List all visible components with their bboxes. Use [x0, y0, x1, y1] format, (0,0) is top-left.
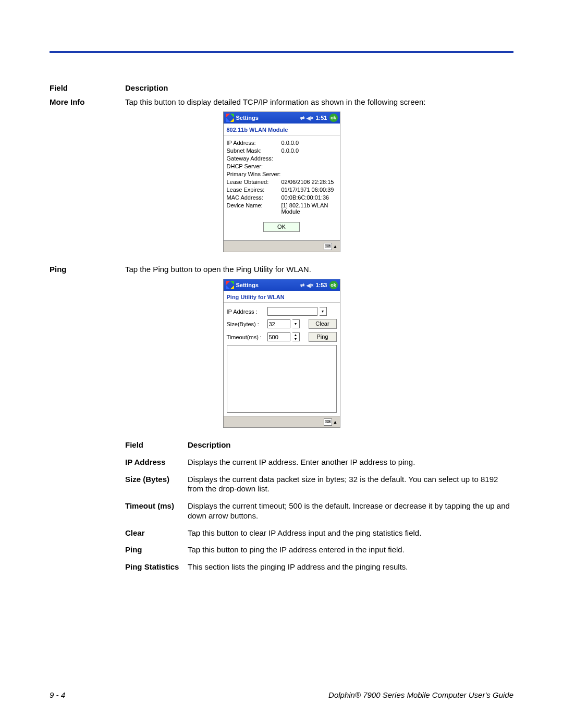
clear-button[interactable]: Clear: [309, 319, 337, 329]
wlan-titlebar: Settings ⇄ ◀× 1:51 ok: [224, 112, 340, 124]
table-row: IP Address: [125, 458, 188, 467]
pw-k: Primary Wins Server:: [227, 171, 282, 177]
spin-up-icon[interactable]: ▲: [292, 333, 299, 337]
ping-fields-table: Field Description IP AddressDisplays the…: [125, 440, 513, 572]
size-dropdown-icon[interactable]: ▾: [292, 319, 300, 328]
table-row: Displays the current IP address. Enter a…: [188, 458, 513, 467]
gw-k: Gateway Address:: [227, 155, 282, 162]
ip-label: IP Address :: [227, 309, 267, 315]
lo-v: 02/06/2106 22:28:15: [282, 179, 337, 185]
table-row: Displays the current timeout; 500 is the…: [188, 501, 513, 521]
wlan-time: 1:51: [315, 115, 327, 121]
ping-desc: Tap the Ping button to open the Ping Uti…: [125, 265, 513, 274]
wlan-title: Settings: [236, 115, 259, 121]
keyboard-icon[interactable]: ⌨: [324, 243, 332, 250]
table-row: Size (Bytes): [125, 475, 188, 495]
col-header-desc: Description: [125, 83, 513, 92]
table-row: Ping: [125, 545, 188, 555]
table-row: Tap this button to clear IP Address inpu…: [188, 528, 513, 538]
ok-circle-button[interactable]: ok: [329, 114, 338, 122]
sip-arrow-icon[interactable]: ▲: [333, 419, 338, 425]
document-title: Dolphin® 7900 Series Mobile Computer Use…: [328, 690, 513, 699]
le-k: Lease Expires:: [227, 187, 282, 193]
sound-icon[interactable]: ◀×: [307, 282, 314, 288]
ip-k: IP Address:: [227, 140, 282, 146]
subheader-desc: Description: [188, 440, 513, 450]
dh-k: DHCP Server:: [227, 163, 282, 169]
table-row: Timeout (ms): [125, 501, 188, 521]
mac-v: 00:0B:6C:00:01:36: [282, 194, 337, 201]
moreinfo-field: More Info: [50, 97, 125, 106]
content: Field Description More Info Tap this but…: [50, 83, 513, 572]
ping-title: Settings: [236, 282, 259, 288]
table-row: Displays the current data packet size in…: [188, 475, 513, 495]
ping-time: 1:53: [315, 282, 327, 288]
wlan-details-window: Settings ⇄ ◀× 1:51 ok 802.11b WLAN Modul…: [223, 112, 340, 252]
windows-logo-icon[interactable]: [226, 281, 234, 289]
timeout-spinner[interactable]: ▲ ▼: [292, 332, 300, 341]
ip-dropdown-icon[interactable]: ▾: [320, 307, 327, 316]
ping-results-box: [227, 345, 337, 413]
mac-k: MAC Address:: [227, 194, 282, 201]
sm-v: 0.0.0.0: [282, 147, 337, 154]
subheader-field: Field: [125, 440, 188, 450]
ping-subtitle: Ping Utility for WLAN: [224, 291, 340, 303]
table-row: Clear: [125, 528, 188, 538]
timeout-label: Timeout(ms) :: [227, 334, 267, 340]
gw-v: [282, 155, 337, 162]
size-label: Size(Bytes) :: [227, 321, 267, 327]
sip-arrow-icon[interactable]: ▲: [333, 244, 338, 249]
windows-logo-icon[interactable]: [226, 114, 234, 122]
timeout-input[interactable]: [267, 332, 290, 341]
moreinfo-desc: Tap this button to display detailed TCP/…: [125, 97, 513, 106]
spin-down-icon[interactable]: ▼: [292, 337, 299, 341]
page-number: 9 - 4: [50, 690, 65, 699]
connectivity-icon[interactable]: ⇄: [300, 282, 304, 288]
connectivity-icon[interactable]: ⇄: [300, 115, 304, 121]
table-row: Ping Statistics: [125, 562, 188, 572]
col-header-field: Field: [50, 83, 125, 92]
table-row: This section lists the pinging IP addres…: [188, 562, 513, 572]
ping-titlebar: Settings ⇄ ◀× 1:53 ok: [224, 279, 340, 291]
le-v: 01/17/1971 06:00:39: [282, 187, 337, 193]
ip-v: 0.0.0.0: [282, 140, 337, 146]
wlan-subtitle: 802.11b WLAN Module: [224, 124, 340, 135]
ping-field: Ping: [50, 265, 125, 274]
table-row: Tap this button to ping the IP address e…: [188, 545, 513, 555]
ok-circle-button[interactable]: ok: [329, 281, 338, 289]
size-input[interactable]: [267, 319, 290, 328]
sm-k: Subnet Mask:: [227, 147, 282, 154]
header-rule: [50, 51, 513, 53]
sound-icon[interactable]: ◀×: [307, 115, 314, 121]
ok-button[interactable]: OK: [263, 222, 300, 232]
dh-v: [282, 163, 337, 169]
dn-k: Device Name:: [227, 202, 282, 215]
ping-button[interactable]: Ping: [309, 332, 337, 342]
ping-window: Settings ⇄ ◀× 1:53 ok Ping Utility for W…: [223, 279, 340, 428]
pw-v: [282, 171, 337, 177]
lo-k: Lease Obtained:: [227, 179, 282, 185]
dn-v: [1] 802.11b WLAN Module: [282, 202, 337, 215]
keyboard-icon[interactable]: ⌨: [324, 418, 332, 426]
ip-input[interactable]: [267, 307, 317, 316]
